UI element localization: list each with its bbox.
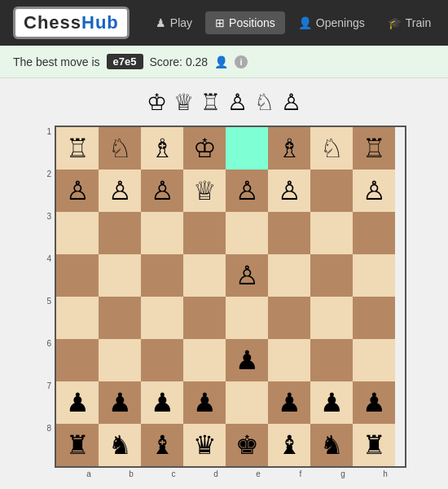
cell-r8-c7[interactable]: ♜ (353, 424, 395, 466)
cell-r8-c0[interactable]: ♜ (56, 424, 99, 466)
cell-r7-c6[interactable]: ♟ (310, 381, 353, 424)
file-d: d (195, 469, 237, 478)
cell-r6-c6[interactable] (310, 339, 353, 381)
cell-r7-c0[interactable]: ♟ (56, 381, 99, 424)
cell-r1-c0[interactable]: ♖ (56, 127, 99, 170)
piece: ♘ (108, 135, 132, 161)
cell-r2-c5[interactable]: ♙ (268, 170, 310, 212)
cell-r5-c3[interactable] (183, 297, 226, 339)
cell-r1-c5[interactable]: ♗ (268, 127, 310, 170)
tray-piece-2: ♖ (200, 91, 221, 114)
cell-r7-c2[interactable]: ♟ (141, 381, 183, 424)
cell-r5-c2[interactable] (141, 297, 183, 339)
cell-r6-c1[interactable] (99, 339, 141, 381)
nav-play-label: Play (170, 16, 192, 29)
piece: ♖ (362, 135, 386, 161)
tray-piece-0: ♔ (147, 91, 167, 114)
cell-r2-c1[interactable]: ♙ (99, 170, 141, 212)
cell-r6-c4[interactable]: ♟ (226, 339, 268, 381)
cell-r8-c3[interactable]: ♛ (183, 424, 226, 466)
rank-7: 7 (42, 380, 53, 422)
cell-r1-c2[interactable]: ♗ (141, 127, 183, 170)
cell-r2-c7[interactable]: ♙ (353, 170, 395, 212)
file-b: b (110, 469, 152, 478)
cell-r6-c0[interactable] (56, 339, 99, 381)
cell-r3-c5[interactable] (268, 212, 310, 254)
nav-positions[interactable]: ⊞ Positions (205, 11, 285, 34)
cell-r1-c1[interactable]: ♘ (99, 127, 141, 170)
cell-r5-c0[interactable] (56, 297, 99, 339)
piece: ♟ (108, 390, 132, 416)
cell-r7-c3[interactable]: ♟ (183, 381, 226, 424)
nav-openings-label: Openings (316, 16, 365, 29)
cell-r3-c2[interactable] (141, 212, 183, 254)
cell-r2-c4[interactable]: ♙ (226, 170, 268, 212)
cell-r1-c3[interactable]: ♔ (183, 127, 226, 170)
best-move-bar: The best move is e7e5 Score: 0.28 👤 i (0, 46, 448, 78)
best-move-badge[interactable]: e7e5 (107, 54, 143, 69)
tray-piece-4: ♘ (254, 91, 275, 114)
cell-r5-c6[interactable] (310, 297, 353, 339)
cell-r7-c4[interactable] (226, 381, 268, 424)
cell-r8-c5[interactable]: ♝ (268, 424, 310, 466)
cell-r3-c1[interactable] (99, 212, 141, 254)
piece: ♟ (66, 390, 90, 416)
piece: ♙ (278, 178, 301, 204)
cell-r3-c3[interactable] (183, 212, 226, 254)
cell-r4-c2[interactable] (141, 254, 183, 297)
cell-r4-c4[interactable]: ♙ (226, 254, 268, 297)
cell-r4-c3[interactable] (183, 254, 226, 297)
board-wrap: 1 2 3 4 5 6 7 8 ♖♘♗♔♗♘♖♙♙♙♕♙♙♙♙♟♟♟♟♟♟♟♟♜… (42, 126, 406, 478)
nav-openings[interactable]: 👤 Openings (288, 11, 375, 34)
cell-r2-c2[interactable]: ♙ (141, 170, 183, 212)
piece: ♙ (362, 178, 386, 204)
board-container: ♔ ♕ ♖ ♙ ♘ ♙ 1 2 3 4 5 6 7 8 ♖♘♗♔♗♘♖♙♙♙♕♙… (0, 78, 448, 489)
piece: ♔ (193, 135, 217, 161)
cell-r2-c3[interactable]: ♕ (183, 170, 226, 212)
cell-r7-c7[interactable]: ♟ (353, 381, 395, 424)
piece: ♝ (151, 432, 174, 458)
cell-r1-c7[interactable]: ♖ (353, 127, 395, 170)
logo-text: ChessHub (24, 12, 119, 33)
cell-r6-c5[interactable] (268, 339, 310, 381)
cell-r4-c6[interactable] (310, 254, 353, 297)
nav-train-label: Train (406, 16, 431, 29)
cell-r8-c6[interactable]: ♞ (310, 424, 353, 466)
cell-r2-c6[interactable] (310, 170, 353, 212)
cell-r5-c1[interactable] (99, 297, 141, 339)
logo: ChessHub (13, 7, 130, 39)
cell-r6-c7[interactable] (353, 339, 395, 381)
piece: ♟ (320, 390, 344, 416)
cell-r5-c4[interactable] (226, 297, 268, 339)
cell-r8-c4[interactable]: ♚ (226, 424, 268, 466)
nav: ♟ Play ⊞ Positions 👤 Openings 🎓 Train (146, 11, 441, 34)
cell-r4-c1[interactable] (99, 254, 141, 297)
cell-r8-c1[interactable]: ♞ (99, 424, 141, 466)
cell-r3-c6[interactable] (310, 212, 353, 254)
cell-r4-c0[interactable] (56, 254, 99, 297)
cell-r3-c4[interactable] (226, 212, 268, 254)
piece: ♟ (235, 347, 259, 373)
cell-r3-c7[interactable] (353, 212, 395, 254)
piece: ♜ (362, 432, 386, 458)
rank-5: 5 (42, 295, 53, 337)
cell-r1-c4[interactable] (226, 127, 268, 170)
cell-r6-c3[interactable] (183, 339, 226, 381)
rank-3: 3 (42, 210, 53, 253)
cell-r4-c5[interactable] (268, 254, 310, 297)
cell-r7-c5[interactable]: ♟ (268, 381, 310, 424)
cell-r3-c0[interactable] (56, 212, 99, 254)
cell-r5-c7[interactable] (353, 297, 395, 339)
piece: ♗ (151, 135, 174, 161)
cell-r4-c7[interactable] (353, 254, 395, 297)
piece: ♞ (320, 432, 344, 458)
cell-r1-c6[interactable]: ♘ (310, 127, 353, 170)
cell-r7-c1[interactable]: ♟ (99, 381, 141, 424)
cell-r6-c2[interactable] (141, 339, 183, 381)
nav-train[interactable]: 🎓 Train (378, 11, 441, 34)
info-icon[interactable]: i (235, 55, 248, 68)
cell-r8-c2[interactable]: ♝ (141, 424, 183, 466)
cell-r2-c0[interactable]: ♙ (56, 170, 99, 212)
nav-play[interactable]: ♟ Play (146, 11, 202, 34)
cell-r5-c5[interactable] (268, 297, 310, 339)
